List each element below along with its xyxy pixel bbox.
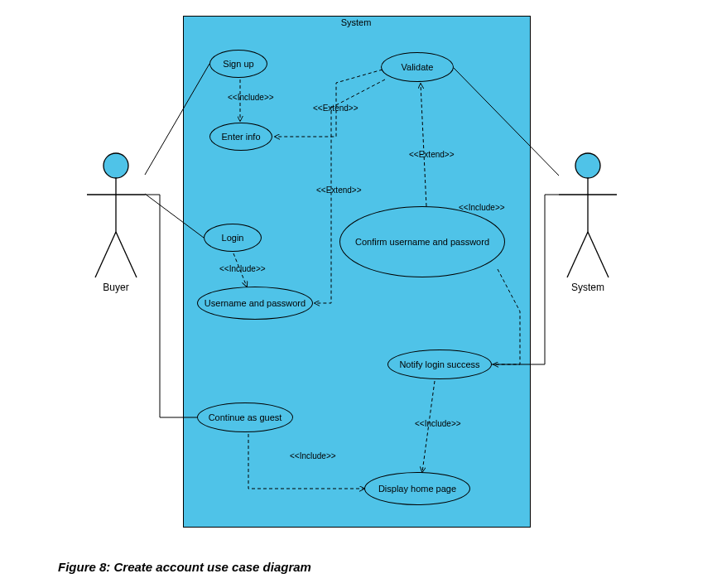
svg-point-0 xyxy=(103,153,128,178)
svg-line-3 xyxy=(95,232,116,277)
actor-system-icon xyxy=(559,149,617,290)
svg-point-5 xyxy=(575,153,600,178)
usecase-enterinfo: Enter info xyxy=(209,123,272,151)
rel-include-signup-enterinfo: <<Include>> xyxy=(228,93,274,102)
usecase-confirm: Confirm username and password xyxy=(339,206,505,277)
rel-extend-confirm-validate: <<Extend>> xyxy=(409,150,455,159)
rel-include-confirm-notify: <<Include>> xyxy=(459,203,505,212)
usecase-continueguest: Continue as guest xyxy=(197,402,293,432)
system-boundary-title: System xyxy=(183,17,529,27)
usecase-notify: Notify login success xyxy=(387,349,492,379)
rel-include-notify-home: <<Include>> xyxy=(415,419,461,428)
rel-extend-validate-userpass: <<Extend>> xyxy=(316,186,362,195)
actor-system-label: System xyxy=(555,282,621,293)
figure-caption: Figure 8: Create account use case diagra… xyxy=(58,560,311,574)
actor-buyer-icon xyxy=(87,149,145,290)
svg-line-4 xyxy=(116,232,137,277)
usecase-userpass: Username and password xyxy=(197,287,313,320)
diagram-stage: System Buyer System Sign up Enter info L… xyxy=(0,0,717,588)
usecase-login: Login xyxy=(204,224,262,252)
usecase-signup: Sign up xyxy=(209,50,267,78)
usecase-displayhome: Display home page xyxy=(364,472,470,505)
usecase-validate: Validate xyxy=(381,52,454,82)
rel-extend-validate-enterinfo: <<Extend>> xyxy=(313,104,358,113)
actor-buyer-label: Buyer xyxy=(83,282,149,293)
svg-line-8 xyxy=(567,232,588,277)
rel-include-login-userpass: <<Include>> xyxy=(219,264,266,273)
rel-include-guest-home: <<Include>> xyxy=(290,451,336,460)
svg-line-9 xyxy=(588,232,609,277)
